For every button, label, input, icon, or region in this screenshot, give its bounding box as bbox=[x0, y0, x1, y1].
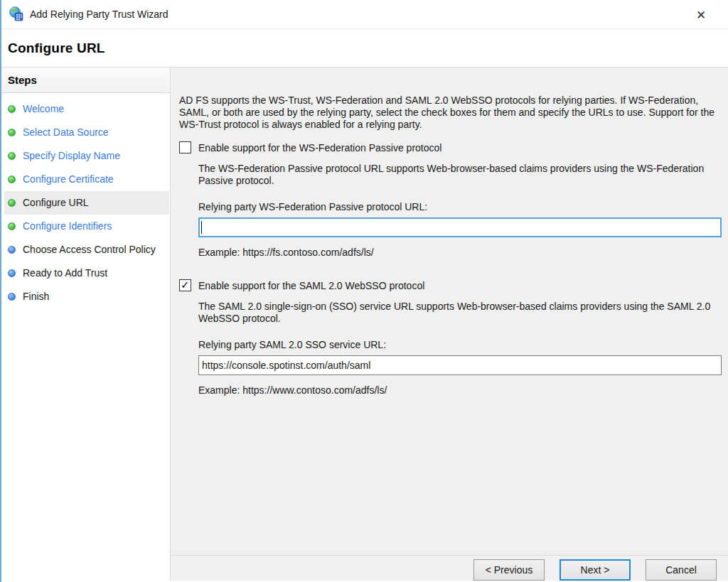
step-status-icon bbox=[8, 269, 16, 277]
step-item-finish: Finish bbox=[4, 285, 169, 308]
steps-sidebar: Steps Welcome Select Data Source Specify… bbox=[1, 68, 171, 581]
step-item-ready-to-add-trust: Ready to Add Trust bbox=[4, 262, 169, 285]
wsfed-example-text: Example: https://fs.contoso.com/adfs/ls/ bbox=[198, 247, 718, 258]
next-button[interactable]: Next > bbox=[560, 559, 631, 581]
check-icon: ✓ bbox=[181, 279, 190, 291]
text-caret bbox=[201, 221, 202, 234]
wsfed-checkbox-row: ✓ Enable support for the WS-Federation P… bbox=[179, 141, 718, 153]
step-item-configure-identifiers: Configure Identifiers bbox=[4, 215, 169, 238]
wsfed-url-field bbox=[198, 217, 722, 237]
saml-example-text: Example: https://www.contoso.com/adfs/ls… bbox=[198, 384, 718, 396]
wsfed-checkbox[interactable]: ✓ bbox=[179, 141, 191, 153]
saml-checkbox-label[interactable]: Enable support for the SAML 2.0 WebSSO p… bbox=[198, 280, 424, 291]
step-item-select-data-source: Select Data Source bbox=[4, 121, 169, 144]
step-item-configure-url: Configure URL bbox=[4, 191, 169, 215]
saml-url-field bbox=[198, 355, 722, 375]
wsfed-section: The WS-Federation Passive protocol URL s… bbox=[198, 163, 718, 258]
step-status-icon bbox=[8, 129, 16, 136]
close-icon: ✕ bbox=[696, 8, 706, 22]
steps-header: Steps bbox=[1, 68, 170, 93]
wizard-window: Add Relying Party Trust Wizard ✕ Configu… bbox=[0, 0, 728, 582]
step-item-configure-certificate: Configure Certificate bbox=[4, 168, 169, 191]
window-title: Add Relying Party Trust Wizard bbox=[30, 9, 168, 20]
wizard-footer: < Previous Next > Cancel bbox=[171, 555, 728, 581]
step-status-icon bbox=[8, 176, 16, 183]
saml-url-input[interactable] bbox=[198, 355, 722, 375]
wizard-content: Steps Welcome Select Data Source Specify… bbox=[1, 68, 728, 581]
step-item-specify-display-name: Specify Display Name bbox=[4, 144, 169, 168]
steps-list: Welcome Select Data Source Specify Displ… bbox=[1, 93, 170, 308]
step-status-icon bbox=[8, 152, 16, 160]
step-item-welcome: Welcome bbox=[4, 97, 169, 121]
page-title: Configure URL bbox=[1, 29, 728, 68]
step-status-icon bbox=[8, 222, 16, 230]
main-pane: AD FS supports the WS-Trust, WS-Federati… bbox=[171, 68, 728, 581]
previous-button[interactable]: < Previous bbox=[473, 559, 545, 581]
wsfed-description: The WS-Federation Passive protocol URL s… bbox=[198, 163, 718, 187]
saml-section: The SAML 2.0 single-sign-on (SSO) servic… bbox=[198, 301, 718, 396]
cancel-button[interactable]: Cancel bbox=[646, 559, 717, 581]
saml-checkbox-row: ✓ Enable support for the SAML 2.0 WebSSO… bbox=[179, 279, 718, 291]
intro-text: AD FS supports the WS-Trust, WS-Federati… bbox=[179, 95, 718, 131]
saml-description: The SAML 2.0 single-sign-on (SSO) servic… bbox=[198, 301, 718, 325]
wsfed-url-input[interactable] bbox=[198, 217, 722, 237]
step-status-icon bbox=[8, 246, 16, 254]
wsfed-checkbox-label[interactable]: Enable support for the WS-Federation Pas… bbox=[198, 142, 441, 153]
step-status-icon bbox=[8, 199, 16, 207]
wsfed-url-label: Relying party WS-Federation Passive prot… bbox=[198, 201, 718, 212]
step-status-icon bbox=[8, 105, 16, 113]
saml-checkbox[interactable]: ✓ bbox=[179, 279, 191, 291]
saml-url-label: Relying party SAML 2.0 SSO service URL: bbox=[198, 339, 718, 350]
adfs-wizard-icon bbox=[9, 6, 24, 22]
step-item-choose-access-control-policy: Choose Access Control Policy bbox=[4, 238, 169, 262]
close-button[interactable]: ✕ bbox=[691, 6, 711, 24]
title-bar: Add Relying Party Trust Wizard ✕ bbox=[1, 0, 728, 29]
step-status-icon bbox=[8, 293, 16, 301]
